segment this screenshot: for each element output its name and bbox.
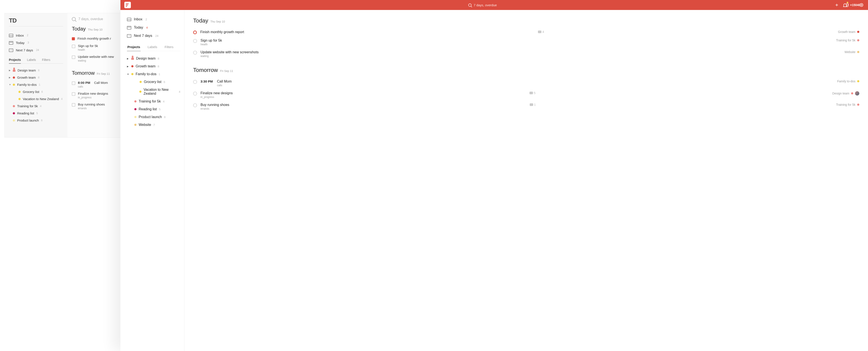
project-item[interactable]: ▶Design team8 <box>127 55 180 62</box>
assignee-avatar[interactable] <box>855 91 859 96</box>
task-checkbox[interactable] <box>193 92 197 96</box>
task-checkbox[interactable] <box>193 39 197 43</box>
task-checkbox[interactable] <box>72 45 75 48</box>
project-color-dot <box>139 91 142 93</box>
task-row[interactable]: 3:30 PMCall MomcallsFamily to-dos <box>193 77 859 89</box>
nav-label: Today <box>16 41 25 45</box>
project-label[interactable]: Training for 5k <box>836 103 856 106</box>
comment-count[interactable]: 4 <box>538 30 544 34</box>
project-item[interactable]: ▼Family to-dos1 <box>9 81 63 88</box>
task-checkbox[interactable] <box>193 51 197 55</box>
tab-filters[interactable]: Filters <box>42 58 50 64</box>
app-logo: TD <box>9 17 63 27</box>
tab-labels[interactable]: Labels <box>147 44 158 51</box>
chevron-icon: ▶ <box>9 76 11 79</box>
task-row[interactable]: Finalize new designsin_progress5Design t… <box>193 89 859 101</box>
project-item[interactable]: ▶Growth team8 <box>127 62 180 70</box>
nav-inbox[interactable]: Inbox 2 <box>127 15 180 24</box>
project-name: Grocery list <box>23 90 39 94</box>
task-checkbox[interactable] <box>72 92 75 96</box>
nav-inbox[interactable]: Inbox 2 <box>9 32 63 39</box>
calendar7-icon <box>9 48 13 52</box>
tab-filters[interactable]: Filters <box>164 44 174 51</box>
tab-projects[interactable]: Projects <box>127 44 141 51</box>
project-count: 1 <box>159 73 160 76</box>
task-time: 3:30 PM <box>200 79 214 83</box>
search-bar[interactable]: 7 days, overdue <box>468 3 497 7</box>
project-list: ▶Design team8▶Growth team8▼Family to-dos… <box>9 67 63 124</box>
project-item[interactable]: Website7 <box>127 121 180 129</box>
project-item[interactable]: Grocery list6 <box>9 88 63 95</box>
task-checkbox[interactable] <box>193 31 197 34</box>
nav-next7[interactable]: Next 7 days 24 <box>127 32 180 40</box>
add-task-button[interactable]: + <box>834 2 839 8</box>
comment-count[interactable]: 5 <box>529 91 535 95</box>
project-item[interactable]: Product launch8 <box>9 117 63 124</box>
karma-score[interactable]: ✔ +15040 <box>850 2 856 8</box>
project-item[interactable]: ▶Growth team8 <box>9 74 63 81</box>
project-item[interactable]: Reading list5 <box>9 110 63 117</box>
section-date: Thu Sep 10 <box>88 28 102 31</box>
task-tag: health <box>200 43 222 46</box>
project-label[interactable]: Training for 5k <box>836 39 856 42</box>
nav-label: Next 7 days <box>134 34 152 38</box>
project-label[interactable]: Family to-dos <box>837 79 856 83</box>
task-row[interactable]: Sign up for 5khealthTraining for 5k <box>193 36 859 48</box>
task-title: Buy running shoes <box>78 103 105 106</box>
project-item[interactable]: Vacation to New Zealand4 <box>127 86 180 98</box>
comment-icon <box>529 92 533 94</box>
task-checkbox[interactable] <box>193 103 197 107</box>
tab-projects[interactable]: Projects <box>9 58 21 64</box>
task-row[interactable]: Finish monthly growth report4Growth team <box>193 28 859 36</box>
project-name: Reading list <box>17 111 34 115</box>
task-row[interactable]: Buy running shoeserrands1Training for 5k <box>193 101 859 112</box>
chevron-icon: ▶ <box>9 69 11 71</box>
project-count: 5 <box>159 108 161 111</box>
project-label[interactable]: Growth team <box>838 30 856 34</box>
project-item[interactable]: Training for 5k4 <box>127 98 180 105</box>
task-title: Call Mom <box>94 81 108 84</box>
brand-logo[interactable] <box>124 2 131 8</box>
search-icon <box>468 3 471 7</box>
nav-today[interactable]: Today 3 <box>9 39 63 46</box>
tab-labels[interactable]: Labels <box>27 58 36 64</box>
project-item[interactable]: Vacation to New Zealand4 <box>9 95 63 103</box>
chevron-icon: ▼ <box>9 83 11 86</box>
task-checkbox[interactable] <box>72 103 75 107</box>
task-checkbox[interactable] <box>72 56 75 59</box>
project-color-dot <box>134 108 136 110</box>
project-name: Vacation to New Zealand <box>144 88 177 96</box>
chevron-icon: ▼ <box>127 73 129 75</box>
task-checkbox[interactable] <box>72 37 75 40</box>
project-item[interactable]: Grocery list6 <box>127 78 180 86</box>
task-tag: calls <box>78 85 108 88</box>
project-name: Product launch <box>17 118 39 122</box>
project-color-dot <box>134 116 136 118</box>
nav-next7[interactable]: Next 7 days 24 <box>9 46 63 54</box>
project-tabs: Projects Labels Filters <box>9 58 63 64</box>
task-title: Finalize new designs <box>78 92 108 95</box>
project-item[interactable]: Training for 5k4 <box>9 103 63 110</box>
task-tag: calls <box>217 84 232 87</box>
project-label[interactable]: Website <box>844 50 856 54</box>
nav-count: 4 <box>146 26 148 29</box>
project-item[interactable]: ▼Family to-dos1 <box>127 70 180 78</box>
project-item[interactable]: Product launch8 <box>127 113 180 121</box>
project-color-dot <box>134 124 136 126</box>
comment-count[interactable]: 1 <box>530 103 536 106</box>
task-checkbox[interactable] <box>193 80 197 84</box>
nav-count: 24 <box>36 48 39 51</box>
inbox-icon <box>127 17 131 21</box>
project-item[interactable]: ▶Design team8 <box>9 67 63 74</box>
nav-today[interactable]: Today 4 <box>127 24 180 32</box>
task-checkbox[interactable] <box>72 81 75 85</box>
settings-button[interactable] <box>859 2 864 8</box>
task-row[interactable]: Update website with new screenshotswaiti… <box>193 48 859 60</box>
project-label[interactable]: Design team <box>832 92 849 95</box>
task-title: Update website with new <box>78 55 114 59</box>
project-item[interactable]: Reading list5 <box>127 105 180 113</box>
project-color-dot <box>19 98 21 100</box>
section-today: Today Thu Sep 10 <box>193 17 859 24</box>
project-color-dot <box>131 65 133 67</box>
person-icon <box>13 69 16 72</box>
